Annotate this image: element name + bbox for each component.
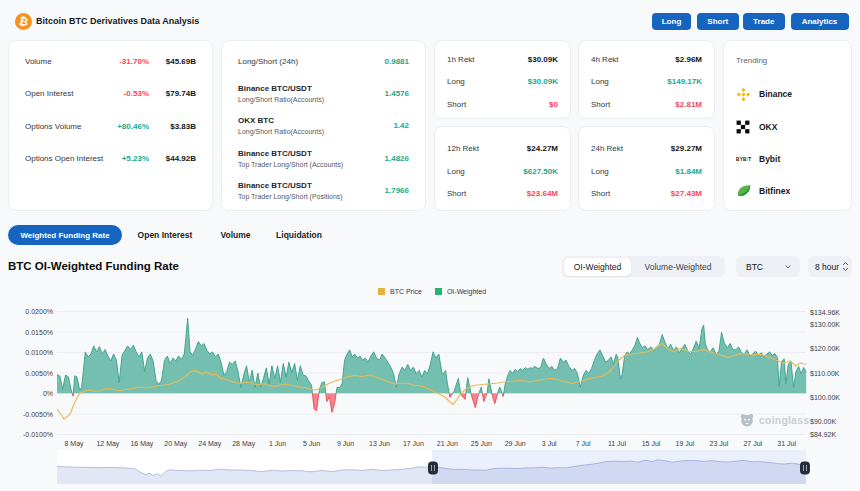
svg-text:24 May: 24 May bbox=[198, 440, 221, 448]
svg-text:-0.0050%: -0.0050% bbox=[23, 411, 53, 418]
svg-text:1 Jun: 1 Jun bbox=[269, 440, 286, 447]
svg-text:8 May: 8 May bbox=[64, 440, 84, 448]
svg-text:$100.00K: $100.00K bbox=[810, 394, 840, 401]
svg-text:9 Jun: 9 Jun bbox=[337, 440, 354, 447]
svg-text:$120.00K: $120.00K bbox=[810, 345, 840, 352]
svg-text:29 Jun: 29 Jun bbox=[505, 440, 526, 447]
svg-text:20 May: 20 May bbox=[164, 440, 187, 448]
svg-text:0%: 0% bbox=[43, 390, 53, 397]
svg-text:11 Jul: 11 Jul bbox=[608, 440, 627, 447]
svg-text:16 May: 16 May bbox=[130, 440, 153, 448]
svg-text:27 Jul: 27 Jul bbox=[743, 440, 762, 447]
svg-text:0.0050%: 0.0050% bbox=[25, 370, 53, 377]
svg-text:15 Jul: 15 Jul bbox=[642, 440, 661, 447]
svg-text:13 Jun: 13 Jun bbox=[369, 440, 390, 447]
svg-text:$130.00K: $130.00K bbox=[810, 321, 840, 328]
svg-text:$110.00K: $110.00K bbox=[810, 370, 840, 377]
svg-text:25 Jun: 25 Jun bbox=[471, 440, 492, 447]
svg-text:17 Jun: 17 Jun bbox=[403, 440, 424, 447]
svg-text:0.0200%: 0.0200% bbox=[25, 308, 53, 315]
svg-text:0.0150%: 0.0150% bbox=[25, 329, 53, 336]
svg-text:3 Jul: 3 Jul bbox=[542, 440, 557, 447]
svg-text:$134.96K: $134.96K bbox=[810, 309, 840, 316]
svg-text:23 Jul: 23 Jul bbox=[710, 440, 729, 447]
svg-text:$84.92K: $84.92K bbox=[810, 431, 836, 438]
svg-text:5 Jun: 5 Jun bbox=[303, 440, 320, 447]
svg-text:28 May: 28 May bbox=[232, 440, 255, 448]
svg-text:7 Jul: 7 Jul bbox=[576, 440, 591, 447]
svg-text:0.0100%: 0.0100% bbox=[25, 349, 53, 356]
svg-text:21 Jun: 21 Jun bbox=[437, 440, 458, 447]
svg-text:12 May: 12 May bbox=[96, 440, 119, 448]
svg-text:$90.00K: $90.00K bbox=[810, 418, 836, 425]
svg-text:19 Jul: 19 Jul bbox=[676, 440, 695, 447]
svg-text:-0.0100%: -0.0100% bbox=[23, 431, 53, 438]
svg-text:31 Jul: 31 Jul bbox=[777, 440, 796, 447]
